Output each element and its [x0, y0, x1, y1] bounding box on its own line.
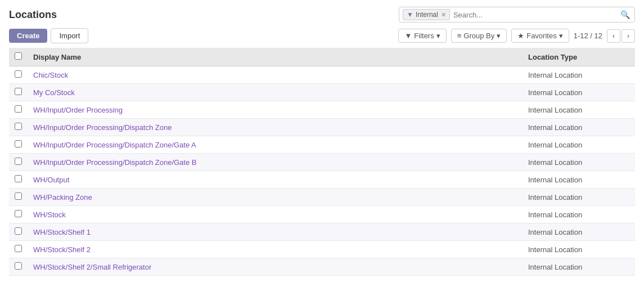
filters-chevron: ▾	[436, 32, 440, 40]
table-row: WH/Input/Order Processing/Dispatch Zone/…	[9, 154, 635, 171]
row-display-name[interactable]: WH/Stock/Shelf 2/Small Refrigerator	[28, 258, 523, 276]
row-checkbox[interactable]	[15, 140, 22, 147]
row-display-name[interactable]: WH/Input/Order Processing/Dispatch Zone	[28, 119, 523, 136]
row-display-name[interactable]: WH/Stock/Shelf 1	[28, 223, 523, 241]
favorites-chevron: ▾	[559, 32, 563, 40]
row-location-type: Internal Location	[523, 154, 635, 171]
group-by-chevron: ▾	[497, 32, 501, 40]
row-checkbox-cell	[9, 258, 28, 276]
col-header-location-type: Location Type	[523, 48, 635, 66]
row-location-type: Internal Location	[523, 189, 635, 206]
prev-page-button[interactable]: ‹	[607, 29, 620, 43]
row-checkbox-cell	[9, 241, 28, 258]
group-by-label: Group By	[463, 32, 494, 40]
row-checkbox-cell	[9, 154, 28, 171]
row-checkbox-cell	[9, 119, 28, 136]
search-button[interactable]: 🔍	[619, 10, 631, 19]
row-checkbox[interactable]	[15, 227, 22, 235]
row-checkbox-cell	[9, 206, 28, 223]
filters-label: Filters	[414, 32, 434, 40]
row-display-name[interactable]: WH/Stock	[28, 206, 523, 223]
toolbar-left: Create Import	[9, 28, 88, 43]
row-checkbox[interactable]	[15, 88, 22, 95]
row-location-type: Internal Location	[523, 171, 635, 189]
row-display-name[interactable]: WH/Input/Order Processing/Dispatch Zone/…	[28, 154, 523, 171]
table-row: WH/Input/Order Processing/Dispatch ZoneI…	[9, 119, 635, 136]
filter-icon: ▼	[407, 11, 413, 19]
row-location-type: Internal Location	[523, 84, 635, 101]
row-display-name[interactable]: WH/Input/Order Processing	[28, 101, 523, 119]
star-icon: ★	[517, 32, 524, 40]
table-row: Chic/StockInternal Location	[9, 66, 635, 84]
row-checkbox[interactable]	[15, 192, 22, 200]
table-row: WH/OutputInternal Location	[9, 171, 635, 189]
pagination-info: 1-12 / 12	[574, 32, 602, 40]
row-location-type: Internal Location	[523, 66, 635, 84]
toolbar-right: ▼ Filters ▾ ≡ Group By ▾ ★ Favorites ▾ 1…	[398, 29, 635, 43]
row-checkbox-cell	[9, 189, 28, 206]
filter-tag-close[interactable]: ✕	[441, 11, 446, 19]
row-checkbox-cell	[9, 101, 28, 119]
row-checkbox-cell	[9, 223, 28, 241]
table-row: WH/Stock/Shelf 2/Small RefrigeratorInter…	[9, 258, 635, 276]
table-row: WH/Input/Order Processing/Dispatch Zone/…	[9, 136, 635, 154]
row-location-type: Internal Location	[523, 206, 635, 223]
search-bar: ▼ Internal ✕ 🔍	[399, 7, 635, 23]
filters-dropdown[interactable]: ▼ Filters ▾	[398, 29, 446, 43]
group-by-icon: ≡	[457, 32, 462, 40]
row-display-name[interactable]: WH/Stock/Shelf 2	[28, 241, 523, 258]
row-checkbox-cell	[9, 84, 28, 101]
toolbar: Create Import ▼ Filters ▾ ≡ Group By ▾ ★…	[9, 28, 635, 43]
row-checkbox[interactable]	[15, 262, 22, 270]
import-button[interactable]: Import	[51, 28, 88, 43]
filter-tag-internal: ▼ Internal ✕	[403, 9, 450, 20]
row-checkbox-cell	[9, 66, 28, 84]
table-row: WH/Input/Order ProcessingInternal Locati…	[9, 101, 635, 119]
table-row: WH/Packing ZoneInternal Location	[9, 189, 635, 206]
row-checkbox-cell	[9, 136, 28, 154]
group-by-dropdown[interactable]: ≡ Group By ▾	[451, 29, 507, 43]
next-page-button[interactable]: ›	[622, 29, 635, 43]
table-row: WH/Stock/Shelf 2Internal Location	[9, 241, 635, 258]
select-all-checkbox[interactable]	[15, 52, 22, 60]
row-display-name[interactable]: WH/Output	[28, 171, 523, 189]
create-button[interactable]: Create	[9, 29, 47, 43]
row-checkbox[interactable]	[15, 123, 22, 130]
row-checkbox-cell	[9, 171, 28, 189]
locations-table: Display Name Location Type Chic/StockInt…	[9, 48, 635, 276]
row-checkbox[interactable]	[15, 158, 22, 165]
row-checkbox[interactable]	[15, 245, 22, 252]
row-checkbox[interactable]	[15, 70, 22, 78]
row-location-type: Internal Location	[523, 223, 635, 241]
row-display-name[interactable]: My Co/Stock	[28, 84, 523, 101]
table-row: WH/Stock/Shelf 1Internal Location	[9, 223, 635, 241]
row-location-type: Internal Location	[523, 119, 635, 136]
favorites-label: Favorites	[526, 32, 556, 40]
row-display-name[interactable]: WH/Packing Zone	[28, 189, 523, 206]
page-title: Locations	[9, 9, 57, 21]
favorites-dropdown[interactable]: ★ Favorites ▾	[511, 29, 569, 43]
filter-icon: ▼	[404, 32, 412, 40]
table-row: My Co/StockInternal Location	[9, 84, 635, 101]
table-row: WH/StockInternal Location	[9, 206, 635, 223]
filter-tag-label: Internal	[416, 11, 438, 19]
row-location-type: Internal Location	[523, 241, 635, 258]
select-all-header	[9, 48, 28, 66]
row-location-type: Internal Location	[523, 136, 635, 154]
row-display-name[interactable]: WH/Input/Order Processing/Dispatch Zone/…	[28, 136, 523, 154]
search-input[interactable]	[453, 11, 619, 19]
row-location-type: Internal Location	[523, 258, 635, 276]
row-display-name[interactable]: Chic/Stock	[28, 66, 523, 84]
col-header-display-name: Display Name	[28, 48, 523, 66]
row-checkbox[interactable]	[15, 105, 22, 113]
pagination-controls: ‹ ›	[607, 29, 635, 43]
row-checkbox[interactable]	[15, 210, 22, 217]
row-location-type: Internal Location	[523, 101, 635, 119]
row-checkbox[interactable]	[15, 175, 22, 182]
